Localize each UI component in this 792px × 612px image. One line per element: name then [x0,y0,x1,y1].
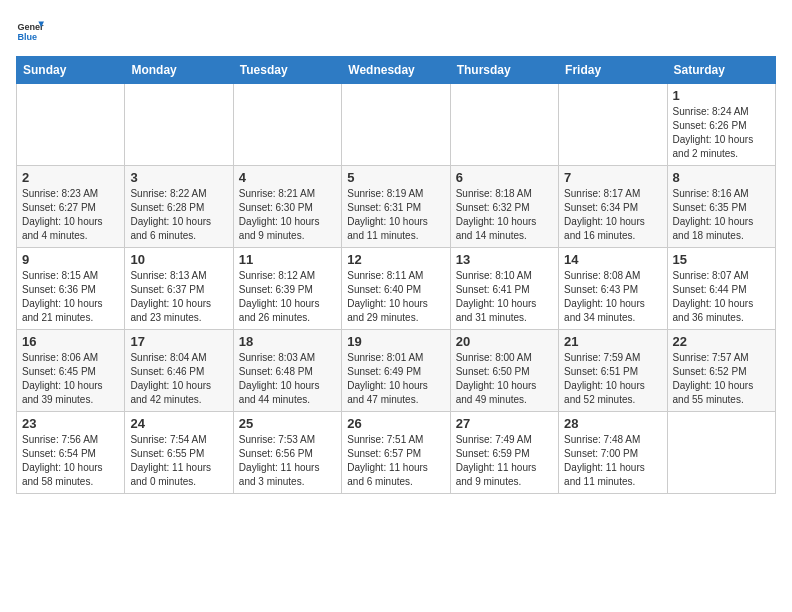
day-number: 19 [347,334,444,349]
day-info: Sunrise: 8:16 AM Sunset: 6:35 PM Dayligh… [673,187,770,243]
day-number: 24 [130,416,227,431]
calendar-cell: 6Sunrise: 8:18 AM Sunset: 6:32 PM Daylig… [450,166,558,248]
day-info: Sunrise: 8:23 AM Sunset: 6:27 PM Dayligh… [22,187,119,243]
day-info: Sunrise: 8:15 AM Sunset: 6:36 PM Dayligh… [22,269,119,325]
logo-icon: General Blue [16,16,44,44]
calendar-cell [559,84,667,166]
calendar-cell: 13Sunrise: 8:10 AM Sunset: 6:41 PM Dayli… [450,248,558,330]
day-info: Sunrise: 8:11 AM Sunset: 6:40 PM Dayligh… [347,269,444,325]
calendar-cell: 26Sunrise: 7:51 AM Sunset: 6:57 PM Dayli… [342,412,450,494]
calendar-cell: 8Sunrise: 8:16 AM Sunset: 6:35 PM Daylig… [667,166,775,248]
calendar-cell [667,412,775,494]
calendar-cell: 18Sunrise: 8:03 AM Sunset: 6:48 PM Dayli… [233,330,341,412]
calendar-cell: 22Sunrise: 7:57 AM Sunset: 6:52 PM Dayli… [667,330,775,412]
calendar-cell: 1Sunrise: 8:24 AM Sunset: 6:26 PM Daylig… [667,84,775,166]
day-info: Sunrise: 8:03 AM Sunset: 6:48 PM Dayligh… [239,351,336,407]
calendar-cell: 7Sunrise: 8:17 AM Sunset: 6:34 PM Daylig… [559,166,667,248]
day-number: 25 [239,416,336,431]
day-info: Sunrise: 8:18 AM Sunset: 6:32 PM Dayligh… [456,187,553,243]
weekday-header-tuesday: Tuesday [233,57,341,84]
day-info: Sunrise: 7:54 AM Sunset: 6:55 PM Dayligh… [130,433,227,489]
calendar-cell: 4Sunrise: 8:21 AM Sunset: 6:30 PM Daylig… [233,166,341,248]
day-number: 10 [130,252,227,267]
day-number: 27 [456,416,553,431]
day-number: 1 [673,88,770,103]
day-info: Sunrise: 8:07 AM Sunset: 6:44 PM Dayligh… [673,269,770,325]
day-number: 14 [564,252,661,267]
day-number: 7 [564,170,661,185]
calendar-cell [342,84,450,166]
day-info: Sunrise: 7:51 AM Sunset: 6:57 PM Dayligh… [347,433,444,489]
day-info: Sunrise: 7:48 AM Sunset: 7:00 PM Dayligh… [564,433,661,489]
day-number: 4 [239,170,336,185]
day-info: Sunrise: 7:49 AM Sunset: 6:59 PM Dayligh… [456,433,553,489]
calendar-cell [17,84,125,166]
weekday-header-monday: Monday [125,57,233,84]
day-info: Sunrise: 8:17 AM Sunset: 6:34 PM Dayligh… [564,187,661,243]
calendar-cell: 10Sunrise: 8:13 AM Sunset: 6:37 PM Dayli… [125,248,233,330]
calendar-cell: 27Sunrise: 7:49 AM Sunset: 6:59 PM Dayli… [450,412,558,494]
day-info: Sunrise: 7:59 AM Sunset: 6:51 PM Dayligh… [564,351,661,407]
calendar-cell: 21Sunrise: 7:59 AM Sunset: 6:51 PM Dayli… [559,330,667,412]
day-number: 16 [22,334,119,349]
weekday-header-sunday: Sunday [17,57,125,84]
day-info: Sunrise: 8:12 AM Sunset: 6:39 PM Dayligh… [239,269,336,325]
day-info: Sunrise: 8:10 AM Sunset: 6:41 PM Dayligh… [456,269,553,325]
calendar-cell: 17Sunrise: 8:04 AM Sunset: 6:46 PM Dayli… [125,330,233,412]
calendar-cell: 15Sunrise: 8:07 AM Sunset: 6:44 PM Dayli… [667,248,775,330]
calendar-cell [450,84,558,166]
calendar-cell: 16Sunrise: 8:06 AM Sunset: 6:45 PM Dayli… [17,330,125,412]
calendar-cell: 23Sunrise: 7:56 AM Sunset: 6:54 PM Dayli… [17,412,125,494]
calendar-table: SundayMondayTuesdayWednesdayThursdayFrid… [16,56,776,494]
calendar-cell [125,84,233,166]
day-number: 5 [347,170,444,185]
day-number: 26 [347,416,444,431]
day-number: 23 [22,416,119,431]
calendar-cell: 2Sunrise: 8:23 AM Sunset: 6:27 PM Daylig… [17,166,125,248]
page-header: General Blue [16,16,776,44]
calendar-cell: 19Sunrise: 8:01 AM Sunset: 6:49 PM Dayli… [342,330,450,412]
calendar-cell: 9Sunrise: 8:15 AM Sunset: 6:36 PM Daylig… [17,248,125,330]
day-info: Sunrise: 7:56 AM Sunset: 6:54 PM Dayligh… [22,433,119,489]
weekday-header-wednesday: Wednesday [342,57,450,84]
day-info: Sunrise: 8:06 AM Sunset: 6:45 PM Dayligh… [22,351,119,407]
day-info: Sunrise: 8:08 AM Sunset: 6:43 PM Dayligh… [564,269,661,325]
weekday-header-thursday: Thursday [450,57,558,84]
calendar-cell: 25Sunrise: 7:53 AM Sunset: 6:56 PM Dayli… [233,412,341,494]
calendar-cell: 11Sunrise: 8:12 AM Sunset: 6:39 PM Dayli… [233,248,341,330]
calendar-cell: 14Sunrise: 8:08 AM Sunset: 6:43 PM Dayli… [559,248,667,330]
calendar-cell: 20Sunrise: 8:00 AM Sunset: 6:50 PM Dayli… [450,330,558,412]
day-number: 12 [347,252,444,267]
day-info: Sunrise: 8:21 AM Sunset: 6:30 PM Dayligh… [239,187,336,243]
day-number: 22 [673,334,770,349]
day-info: Sunrise: 8:22 AM Sunset: 6:28 PM Dayligh… [130,187,227,243]
day-info: Sunrise: 8:00 AM Sunset: 6:50 PM Dayligh… [456,351,553,407]
day-info: Sunrise: 8:24 AM Sunset: 6:26 PM Dayligh… [673,105,770,161]
day-info: Sunrise: 7:57 AM Sunset: 6:52 PM Dayligh… [673,351,770,407]
day-number: 17 [130,334,227,349]
svg-text:Blue: Blue [17,32,37,42]
day-number: 3 [130,170,227,185]
day-number: 2 [22,170,119,185]
day-number: 13 [456,252,553,267]
logo: General Blue [16,16,44,44]
calendar-cell: 28Sunrise: 7:48 AM Sunset: 7:00 PM Dayli… [559,412,667,494]
day-info: Sunrise: 7:53 AM Sunset: 6:56 PM Dayligh… [239,433,336,489]
day-number: 8 [673,170,770,185]
weekday-header-friday: Friday [559,57,667,84]
day-info: Sunrise: 8:13 AM Sunset: 6:37 PM Dayligh… [130,269,227,325]
calendar-cell: 12Sunrise: 8:11 AM Sunset: 6:40 PM Dayli… [342,248,450,330]
day-number: 15 [673,252,770,267]
calendar-cell [233,84,341,166]
day-number: 20 [456,334,553,349]
day-number: 9 [22,252,119,267]
calendar-cell: 24Sunrise: 7:54 AM Sunset: 6:55 PM Dayli… [125,412,233,494]
day-number: 21 [564,334,661,349]
day-number: 18 [239,334,336,349]
calendar-cell: 3Sunrise: 8:22 AM Sunset: 6:28 PM Daylig… [125,166,233,248]
day-info: Sunrise: 8:04 AM Sunset: 6:46 PM Dayligh… [130,351,227,407]
day-number: 28 [564,416,661,431]
calendar-cell: 5Sunrise: 8:19 AM Sunset: 6:31 PM Daylig… [342,166,450,248]
day-info: Sunrise: 8:01 AM Sunset: 6:49 PM Dayligh… [347,351,444,407]
weekday-header-saturday: Saturday [667,57,775,84]
